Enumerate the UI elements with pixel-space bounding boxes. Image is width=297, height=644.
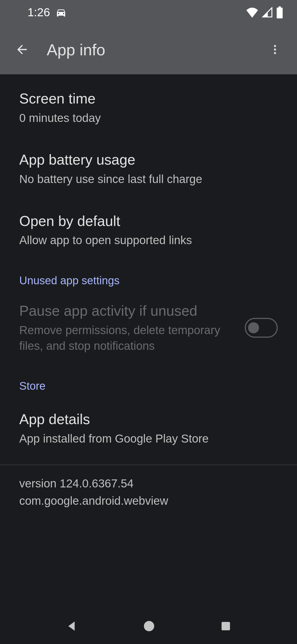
open-by-default-title: Open by default [19, 212, 278, 231]
nav-home-button[interactable] [142, 619, 156, 633]
status-bar-right [246, 6, 283, 18]
more-vert-icon [269, 43, 281, 56]
svg-point-3 [144, 621, 154, 631]
status-time: 1:26 [28, 6, 50, 19]
car-icon [56, 7, 67, 18]
triangle-back-icon [65, 619, 79, 633]
cell-signal-icon [262, 7, 273, 18]
app-details-sub: App installed from Google Play Store [19, 431, 278, 447]
circle-home-icon [142, 619, 156, 633]
navigation-bar [0, 608, 297, 644]
toggle-thumb [248, 322, 259, 333]
wifi-icon [246, 7, 258, 18]
pause-app-activity-toggle [245, 318, 278, 338]
app-info-footer: version 124.0.6367.54 com.google.android… [0, 465, 297, 519]
app-battery-usage-title: App battery usage [19, 151, 278, 169]
settings-list: Screen time 0 minutes today App battery … [0, 74, 297, 519]
nav-back-button[interactable] [65, 619, 79, 633]
svg-point-0 [274, 45, 276, 47]
arrow-left-icon [15, 42, 29, 57]
app-version: version 124.0.6367.54 [19, 475, 278, 492]
app-bar: App info [0, 25, 297, 74]
screen-time-title: Screen time [19, 89, 278, 108]
page-title: App info [47, 40, 250, 59]
status-bar-left: 1:26 [28, 6, 67, 19]
battery-icon [276, 6, 283, 18]
app-battery-usage-item[interactable]: App battery usage No battery use since l… [0, 138, 297, 199]
screen-time-sub: 0 minutes today [19, 110, 278, 126]
pause-app-activity-sub: Remove permissions, delete temporary fil… [19, 323, 234, 354]
app-details-title: App details [19, 410, 278, 429]
nav-recents-button[interactable] [219, 620, 232, 632]
svg-point-1 [274, 48, 276, 50]
square-recents-icon [219, 620, 232, 632]
app-details-item[interactable]: App details App installed from Google Pl… [0, 398, 297, 459]
status-bar: 1:26 [0, 0, 297, 25]
svg-rect-4 [222, 622, 230, 631]
app-battery-usage-sub: No battery use since last full charge [19, 171, 278, 187]
back-button[interactable] [11, 39, 33, 61]
pause-app-activity-item: Pause app activity if unused Remove perm… [0, 292, 297, 366]
app-package: com.google.android.webview [19, 492, 278, 509]
overflow-menu-button[interactable] [264, 39, 286, 61]
pause-app-activity-text: Pause app activity if unused Remove perm… [19, 302, 234, 354]
unused-app-settings-header: Unused app settings [0, 261, 297, 292]
open-by-default-sub: Allow app to open supported links [19, 233, 278, 248]
pause-app-activity-title: Pause app activity if unused [19, 302, 234, 320]
svg-point-2 [274, 52, 276, 54]
open-by-default-item[interactable]: Open by default Allow app to open suppor… [0, 200, 297, 261]
screen-time-item[interactable]: Screen time 0 minutes today [0, 77, 297, 138]
store-header: Store [0, 366, 297, 398]
